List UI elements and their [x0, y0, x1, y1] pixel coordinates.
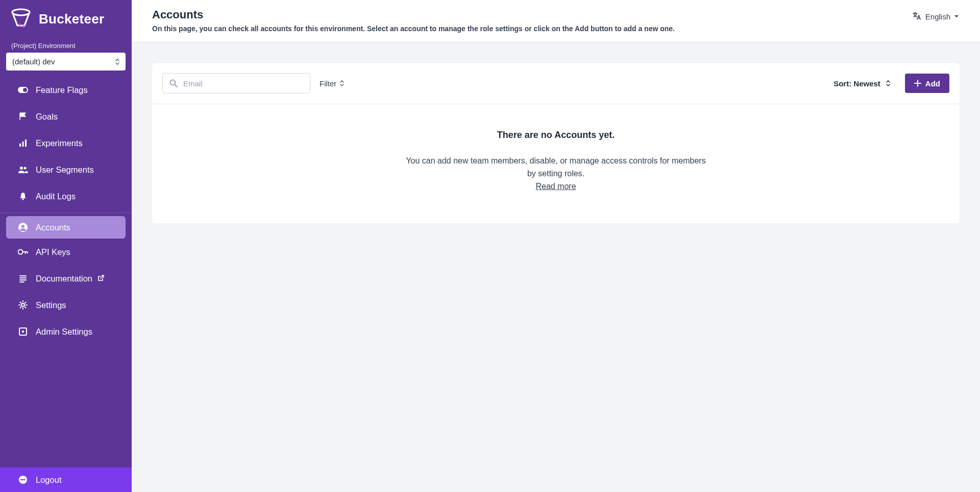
page-description: On this page, you can check all accounts…	[152, 25, 675, 33]
people-icon	[17, 166, 29, 174]
flag-icon	[17, 112, 29, 121]
svg-point-10	[22, 198, 24, 200]
unfold-more-icon	[114, 58, 120, 66]
key-icon	[17, 249, 29, 255]
unfold-more-icon	[339, 80, 345, 87]
search-icon	[169, 79, 178, 88]
sort-label: Sort: Newest	[834, 79, 880, 88]
svg-rect-7	[25, 139, 27, 147]
sidebar-item-label: Goals	[36, 112, 58, 122]
sidebar-item-audit-logs[interactable]: Audit Logs	[0, 183, 132, 209]
svg-point-12	[21, 225, 24, 228]
environment-select[interactable]: (default) dev	[6, 53, 126, 71]
bucketeer-logo-icon	[10, 8, 32, 30]
svg-point-13	[18, 250, 23, 254]
svg-point-19	[170, 80, 176, 85]
language-selector[interactable]: English	[912, 8, 960, 21]
chart-bar-icon	[17, 138, 29, 148]
svg-point-9	[24, 167, 27, 170]
sidebar-item-admin-settings[interactable]: Admin Settings	[0, 318, 132, 345]
svg-rect-6	[22, 142, 24, 147]
brand-logo[interactable]: Bucketeer	[0, 0, 132, 42]
brand-name: Bucketeer	[39, 11, 104, 27]
filter-label: Filter	[320, 79, 336, 88]
sidebar-item-label: Admin Settings	[36, 327, 92, 337]
main-content: Accounts On this page, you can check all…	[132, 0, 980, 492]
sort-button[interactable]: Sort: Newest	[834, 79, 891, 88]
read-more-link[interactable]: Read more	[535, 182, 576, 191]
sidebar-item-label: User Segments	[36, 165, 94, 175]
chevron-down-icon	[953, 13, 960, 19]
add-button[interactable]: Add	[905, 74, 949, 93]
document-icon	[17, 274, 29, 283]
plus-icon	[914, 80, 921, 87]
primary-nav: Feature Flags Goals Experiments User Seg…	[0, 77, 132, 467]
sidebar-item-accounts[interactable]: Accounts	[6, 216, 126, 239]
gear-icon	[17, 300, 29, 310]
environment-selected-value: (default) dev	[12, 57, 55, 66]
nav-divider	[0, 213, 132, 213]
external-link-icon	[96, 274, 105, 283]
filter-button[interactable]: Filter	[320, 79, 345, 88]
logout-label: Logout	[36, 475, 61, 485]
search-input[interactable]	[183, 79, 304, 88]
bell-icon	[17, 192, 29, 201]
empty-state-desc-line1: You can add new team members, disable, o…	[403, 155, 709, 168]
unfold-more-icon	[886, 80, 891, 87]
sidebar-item-goals[interactable]: Goals	[0, 103, 132, 130]
sidebar-item-experiments[interactable]: Experiments	[0, 130, 132, 156]
sidebar-item-label: Documentation	[36, 274, 92, 284]
search-input-wrapper[interactable]	[162, 73, 310, 93]
empty-state-desc-line2: by setting roles.	[403, 168, 709, 180]
sidebar-item-feature-flags[interactable]: Feature Flags	[0, 77, 132, 103]
sidebar-item-label: Accounts	[36, 223, 70, 232]
empty-state-title: There are no Accounts yet.	[173, 130, 939, 140]
svg-point-4	[23, 88, 27, 92]
svg-point-0	[12, 9, 30, 15]
add-button-label: Add	[925, 79, 940, 88]
table-toolbar: Filter Sort: Newest	[152, 63, 960, 104]
language-label: English	[925, 12, 950, 21]
sidebar-item-label: API Keys	[36, 247, 70, 257]
sidebar-item-label: Experiments	[36, 138, 83, 148]
sidebar-item-label: Settings	[36, 300, 66, 310]
sidebar-item-label: Audit Logs	[36, 192, 76, 201]
page-header: Accounts On this page, you can check all…	[132, 0, 980, 42]
svg-point-16	[22, 331, 24, 333]
empty-state: There are no Accounts yet. You can add n…	[152, 104, 960, 223]
page-title: Accounts	[152, 8, 675, 21]
sidebar-item-settings[interactable]: Settings	[0, 292, 132, 318]
sidebar-item-api-keys[interactable]: API Keys	[0, 239, 132, 265]
sidebar-item-user-segments[interactable]: User Segments	[0, 156, 132, 183]
sidebar-item-label: Feature Flags	[36, 85, 88, 95]
svg-point-8	[20, 167, 23, 170]
accounts-card: Filter Sort: Newest	[152, 63, 960, 223]
sidebar: Bucketeer (Project) Environment (default…	[0, 0, 132, 492]
sidebar-item-documentation[interactable]: Documentation	[0, 265, 132, 292]
svg-point-14	[21, 303, 24, 307]
minus-circle-icon	[17, 475, 29, 485]
admin-settings-icon	[17, 327, 29, 336]
environment-label: (Project) Environment	[0, 42, 132, 50]
account-circle-icon	[17, 222, 29, 232]
toggle-icon	[17, 87, 29, 93]
translate-icon	[912, 11, 922, 21]
logout-button[interactable]: Logout	[0, 467, 132, 492]
svg-rect-5	[19, 144, 21, 147]
svg-rect-18	[20, 479, 26, 480]
